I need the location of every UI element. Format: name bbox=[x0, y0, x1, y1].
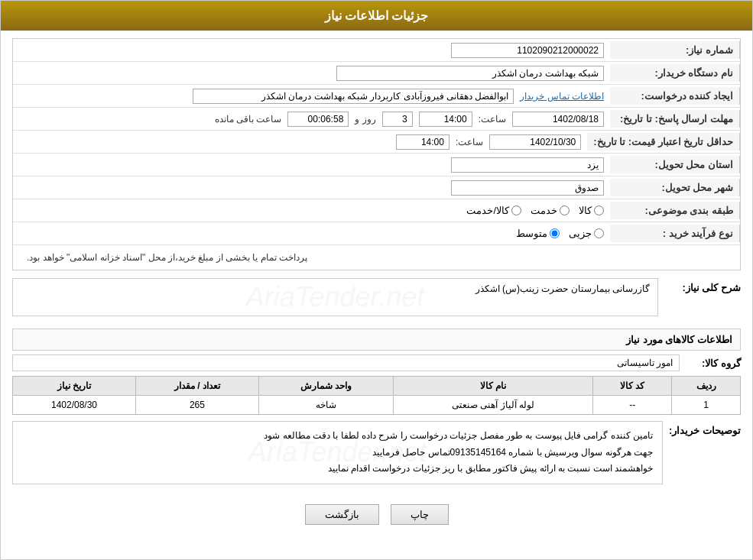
tabaghe-row: طبقه بندی موضوعی: کالا خدمت bbox=[13, 199, 740, 222]
name-dastgah-input[interactable] bbox=[336, 66, 604, 81]
table-body: 1--لوله آلیاژ آهنی صنعتیشاخه2651402/08/3… bbox=[13, 396, 741, 415]
mohlat-remain-label: ساعت باقی مانده bbox=[215, 114, 282, 125]
back-button[interactable]: بازگشت bbox=[305, 504, 379, 525]
sharh-koli-value: گازرسانی بیمارستان حضرت زینب(س) اشکذر bbox=[475, 283, 650, 294]
nooe-row: نوع فرآیند خرید : جزیی متوسط bbox=[13, 222, 740, 245]
gorouh-kala-row: گروه کالا: امور تاسیساتی bbox=[12, 354, 741, 371]
hadaqal-time-label: ساعت: bbox=[456, 137, 483, 147]
shomara-niaz-input[interactable] bbox=[451, 43, 604, 58]
name-dastgah-value-cell bbox=[13, 63, 610, 84]
radio-kala-khadamat-label: کالا/خدمت bbox=[466, 205, 509, 216]
process-note-cell: پرداخت تمام یا بخشی از مبلغ خرید،از محل … bbox=[13, 245, 740, 270]
page-header: جزئیات اطلاعات نیاز bbox=[1, 1, 752, 31]
buyer-notes-label: توصیحات خریدار: bbox=[669, 421, 741, 436]
button-row: چاپ بازگشت bbox=[12, 497, 741, 536]
radio-motovaset-item: متوسط bbox=[516, 228, 560, 239]
name-dastgah-row: نام دستگاه خریدار: bbox=[13, 62, 740, 85]
shahr-row: شهر محل تحویل: bbox=[13, 176, 740, 199]
radio-jozi-item: جزیی bbox=[569, 228, 604, 239]
mohlat-roz-input[interactable] bbox=[382, 112, 413, 127]
watermark: AriaTender.net bbox=[246, 281, 425, 313]
shomara-niaz-row: شماره نیاز: bbox=[13, 39, 740, 62]
shahr-input[interactable] bbox=[451, 180, 604, 196]
name-dastgah-label: نام دستگاه خریدار: bbox=[610, 64, 740, 82]
col-radif: ردیف bbox=[672, 377, 741, 396]
col-kod-kala: کد کالا bbox=[593, 377, 672, 396]
radio-motovaset[interactable] bbox=[550, 228, 560, 238]
radio-khadamat[interactable] bbox=[560, 206, 570, 215]
mohlat-label: مهلت ارسال پاسخ: تا تاریخ: bbox=[610, 110, 740, 128]
col-vahed: واحد شمارش bbox=[258, 377, 393, 396]
hadaqal-value-cell: ساعت: bbox=[13, 131, 587, 153]
radio-kala-khadamat[interactable] bbox=[511, 206, 521, 215]
radio-kala-item: کالا bbox=[579, 205, 604, 216]
print-button[interactable]: چاپ bbox=[391, 504, 449, 525]
col-tarikh: تاریخ نیاز bbox=[13, 377, 136, 396]
process-note-text: پرداخت تمام یا بخشی از مبلغ خرید،از محل … bbox=[19, 248, 315, 267]
radio-motovaset-label: متوسط bbox=[516, 228, 547, 239]
radio-kala-khadamat-item: کالا/خدمت bbox=[466, 205, 521, 216]
col-name-kala: نام کالا bbox=[394, 377, 593, 396]
kala-table: ردیف کد کالا نام کالا واحد شمارش تعداد /… bbox=[12, 376, 741, 415]
shomara-niaz-value-cell bbox=[13, 40, 610, 61]
radio-kala-label: کالا bbox=[579, 205, 592, 216]
buyer-notes-box: AriaTender.net تامین کننده گرامی فایل پی… bbox=[12, 421, 663, 484]
ijad-link[interactable]: اطلاعات تماس خریدار bbox=[520, 91, 604, 102]
cell-vahed: شاخه bbox=[258, 396, 393, 415]
tabaghe-value-cell: کالا خدمت کالا/خدمت bbox=[13, 202, 610, 219]
nooe-radio-group: جزیی متوسط bbox=[516, 228, 604, 239]
shomara-niaz-label: شماره نیاز: bbox=[610, 41, 740, 59]
ijad-label: ایجاد کننده درخواست: bbox=[610, 87, 740, 105]
cell-tarikh: 1402/08/30 bbox=[13, 396, 136, 415]
buyer-notes-section: توصیحات خریدار: AriaTender.net تامین کنن… bbox=[12, 421, 741, 490]
radio-kala[interactable] bbox=[594, 206, 604, 215]
cell-kod_kala: -- bbox=[593, 396, 672, 415]
cell-tedad: 265 bbox=[136, 396, 259, 415]
mohlat-row: مهلت ارسال پاسخ: تا تاریخ: ساعت: روز و س… bbox=[13, 108, 740, 131]
ostan-row: استان محل تحویل: bbox=[13, 154, 740, 176]
tabaghe-label: طبقه بندی موضوعی: bbox=[610, 202, 740, 219]
sharh-koli-label: شرح کلی نیاز: bbox=[664, 278, 741, 293]
ijad-input[interactable] bbox=[193, 89, 514, 104]
mohlat-value-cell: ساعت: روز و ساعت باقی مانده bbox=[13, 108, 610, 130]
table-row: 1--لوله آلیاژ آهنی صنعتیشاخه2651402/08/3… bbox=[13, 396, 741, 415]
mohlat-time-label: ساعت: bbox=[479, 114, 506, 125]
ostan-input[interactable] bbox=[451, 157, 604, 173]
shahr-value-cell bbox=[13, 177, 610, 199]
ijad-value-cell: اطلاعات تماس خریدار bbox=[13, 86, 610, 107]
mohlat-remain-input[interactable] bbox=[287, 112, 349, 127]
ostan-label: استان محل تحویل: bbox=[610, 156, 740, 173]
nooe-value-cell: جزیی متوسط bbox=[13, 225, 610, 242]
radio-jozi[interactable] bbox=[594, 228, 604, 238]
ijad-row: ایجاد کننده درخواست: اطلاعات تماس خریدار bbox=[13, 85, 740, 108]
cell-name_kala: لوله آلیاژ آهنی صنعتی bbox=[394, 396, 593, 415]
sharh-koli-box: AriaTender.net گازرسانی بیمارستان حضرت ز… bbox=[12, 278, 658, 316]
ostan-value-cell bbox=[13, 154, 610, 176]
hadaqal-date-input[interactable] bbox=[489, 134, 581, 150]
kala-section-title: اطلاعات کالاهای مورد نیاز bbox=[12, 329, 741, 351]
mohlat-date-input[interactable] bbox=[512, 112, 604, 127]
radio-khadamat-item: خدمت bbox=[531, 205, 570, 216]
table-header-row: ردیف کد کالا نام کالا واحد شمارش تعداد /… bbox=[13, 377, 741, 396]
tabaghe-radio-group: کالا خدمت کالا/خدمت bbox=[466, 205, 604, 216]
page-title: جزئیات اطلاعات نیاز bbox=[325, 9, 429, 22]
sharh-koli-section: شرح کلی نیاز: AriaTender.net گازرسانی بی… bbox=[12, 278, 741, 322]
col-tedad: تعداد / مقدار bbox=[136, 377, 259, 396]
gorouh-kala-label: گروه کالا: bbox=[680, 358, 741, 369]
hadaqal-time-input[interactable] bbox=[396, 134, 450, 150]
cell-radif: 1 bbox=[672, 396, 741, 415]
radio-khadamat-label: خدمت bbox=[531, 205, 557, 216]
shahr-label: شهر محل تحویل: bbox=[610, 179, 740, 196]
mohlat-time-input[interactable] bbox=[419, 112, 472, 127]
hadaqal-label: حداقل تاریخ اعتبار قیمت: تا تاریخ: bbox=[587, 133, 740, 151]
process-note-row: پرداخت تمام یا بخشی از مبلغ خرید،از محل … bbox=[13, 245, 740, 270]
radio-jozi-label: جزیی bbox=[569, 228, 592, 239]
mohlat-roz-label: روز و bbox=[355, 114, 375, 125]
buyer-notes-text: تامین کننده گرامی فایل پیوست به طور مفصل… bbox=[22, 428, 653, 477]
gorouh-kala-value: امور تاسیساتی bbox=[12, 354, 680, 371]
nooe-label: نوع فرآیند خرید : bbox=[610, 225, 740, 242]
hadaqal-row: حداقل تاریخ اعتبار قیمت: تا تاریخ: ساعت: bbox=[13, 131, 740, 154]
main-info-section: شماره نیاز: نام دستگاه خریدار: ایجاد کنن… bbox=[12, 38, 741, 270]
